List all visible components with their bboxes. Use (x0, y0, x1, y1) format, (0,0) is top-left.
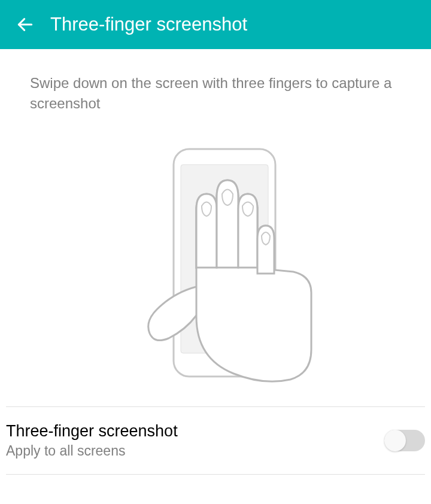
setting-subtitle: Apply to all screens (6, 443, 384, 459)
gesture-illustration (30, 131, 401, 394)
content: Swipe down on the screen with three fing… (0, 49, 431, 394)
page-title: Three-finger screenshot (50, 14, 247, 35)
instruction-text: Swipe down on the screen with three fing… (30, 73, 401, 113)
setting-text: Three-finger screenshot Apply to all scr… (6, 422, 384, 459)
back-button[interactable] (12, 11, 38, 38)
hand-phone-icon (114, 137, 317, 388)
header: Three-finger screenshot (0, 0, 431, 49)
back-arrow-icon (16, 15, 35, 34)
toggle-three-finger[interactable] (384, 430, 425, 451)
setting-row-three-finger[interactable]: Three-finger screenshot Apply to all scr… (6, 407, 425, 474)
toggle-knob (384, 430, 406, 451)
divider (6, 474, 425, 475)
setting-title: Three-finger screenshot (6, 422, 384, 441)
